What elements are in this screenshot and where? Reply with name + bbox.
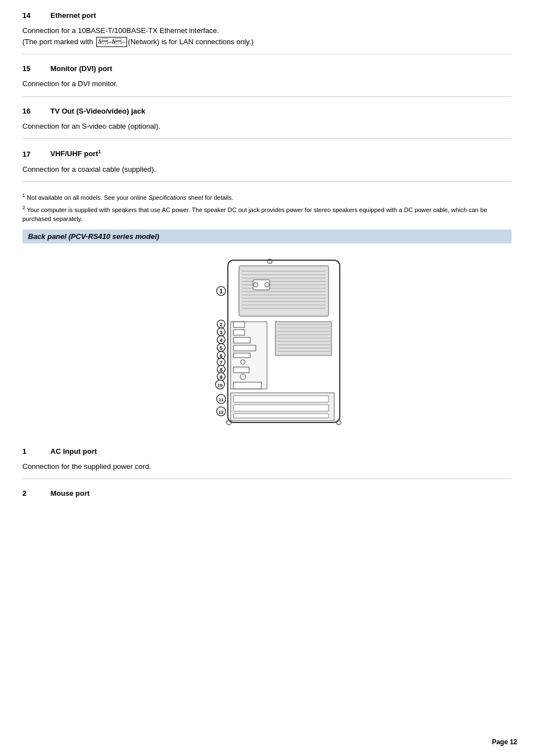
- footnote-1-italic: Specifications: [148, 194, 186, 201]
- svg-rect-31: [233, 345, 256, 351]
- section-17: 17 VHF/UHF port1 Connection for a coaxia…: [22, 149, 512, 182]
- section-15-body: Connection for a DVI monitor.: [22, 78, 512, 90]
- svg-text:7: 7: [219, 360, 222, 365]
- footnote-2-text: Your computer is supplied with speakers …: [22, 206, 487, 223]
- section-1-number: 1: [22, 447, 50, 456]
- sections-top: 14 Ethernet port Connection for a 10BASE…: [22, 11, 512, 182]
- banner-text: Back panel (PCV-RS410 series model): [28, 232, 159, 241]
- section-14-text2: (The port marked with â—â—(Network) is…: [22, 37, 254, 46]
- footnote-ref-1: 1: [98, 149, 101, 154]
- page-number: Page 12: [492, 738, 517, 746]
- section-14-body: Connection for a 10BASE-T/100BASE-TX Eth…: [22, 25, 512, 47]
- network-label: (Network) is for LAN connections only.): [128, 37, 254, 46]
- svg-text:4: 4: [219, 337, 222, 343]
- section-1-title: AC Input port: [50, 447, 97, 456]
- footnote-1: 1 Not available on all models. See your …: [22, 192, 512, 202]
- section-16: 16 TV Out (S-Video/video) jack Connectio…: [22, 107, 512, 139]
- diagram-area: 1 2 3 4 5 6 7: [22, 255, 512, 434]
- svg-text:1: 1: [219, 288, 223, 294]
- svg-rect-22: [233, 322, 245, 327]
- section-17-title: VHF/UHF port1: [50, 149, 101, 158]
- section-17-number: 17: [22, 150, 50, 158]
- svg-rect-59: [233, 405, 329, 411]
- section-17-text: Connection for a coaxial cable (supplied…: [22, 165, 156, 173]
- section-14: 14 Ethernet port Connection for a 10BASE…: [22, 11, 512, 54]
- svg-rect-28: [233, 337, 250, 343]
- svg-rect-1: [239, 266, 329, 316]
- section-2-number: 2: [22, 489, 50, 497]
- svg-rect-58: [233, 396, 329, 402]
- section-14-text1: Connection for a 10BASE-T/100BASE-TX Eth…: [22, 26, 219, 35]
- footnote-2-sup: 2: [22, 205, 25, 210]
- svg-rect-14: [253, 280, 270, 290]
- section-15-text: Connection for a DVI monitor.: [22, 79, 118, 88]
- network-icon: â—â—: [96, 37, 127, 48]
- divider-15: [22, 96, 512, 97]
- sections-bottom: 1 AC Input port Connection for the suppl…: [22, 447, 512, 498]
- section-2: 2 Mouse port: [22, 489, 512, 497]
- svg-rect-40: [233, 367, 249, 373]
- section-2-title: Mouse port: [50, 489, 90, 497]
- svg-rect-47: [275, 322, 331, 355]
- svg-text:9: 9: [219, 374, 222, 380]
- svg-text:12: 12: [219, 410, 224, 415]
- section-14-title: Ethernet port: [50, 11, 96, 20]
- svg-text:5: 5: [219, 345, 222, 351]
- section-banner: Back panel (PCV-RS410 series model): [22, 229, 512, 243]
- divider-16: [22, 138, 512, 139]
- section-17-body: Connection for a coaxial cable (supplied…: [22, 164, 512, 175]
- footnote-2: 2 Your computer is supplied with speaker…: [22, 204, 512, 224]
- divider-17: [22, 181, 512, 182]
- footnotes: 1 Not available on all models. See your …: [22, 192, 512, 224]
- section-16-title: TV Out (S-Video/video) jack: [50, 107, 146, 115]
- svg-text:3: 3: [219, 330, 222, 335]
- svg-rect-46: [233, 382, 261, 389]
- svg-rect-34: [233, 353, 250, 358]
- section-14-number: 14: [22, 11, 50, 20]
- svg-text:10: 10: [218, 383, 223, 388]
- section-16-text: Connection for an S-video cable (optiona…: [22, 122, 160, 130]
- back-panel-diagram: 1 2 3 4 5 6 7: [183, 255, 351, 434]
- svg-rect-60: [233, 414, 329, 418]
- divider-14: [22, 54, 512, 54]
- section-15-number: 15: [22, 64, 50, 73]
- section-1: 1 AC Input port Connection for the suppl…: [22, 447, 512, 480]
- divider-1: [22, 478, 512, 479]
- section-16-body: Connection for an S-video cable (optiona…: [22, 121, 512, 132]
- section-16-number: 16: [22, 107, 50, 115]
- svg-text:8: 8: [219, 367, 222, 373]
- section-1-text: Connection for the supplied power cord.: [22, 462, 151, 471]
- footnote-1-sup: 1: [22, 192, 25, 198]
- footnote-1-text: Not available on all models. See your on…: [27, 194, 233, 201]
- svg-text:11: 11: [219, 397, 224, 402]
- page-wrapper: 14 Ethernet port Connection for a 10BASE…: [0, 0, 534, 756]
- section-15-title: Monitor (DVI) port: [50, 64, 112, 73]
- svg-text:2: 2: [219, 322, 222, 327]
- section-15: 15 Monitor (DVI) port Connection for a D…: [22, 64, 512, 97]
- svg-rect-25: [233, 330, 245, 335]
- section-1-body: Connection for the supplied power cord.: [22, 461, 512, 472]
